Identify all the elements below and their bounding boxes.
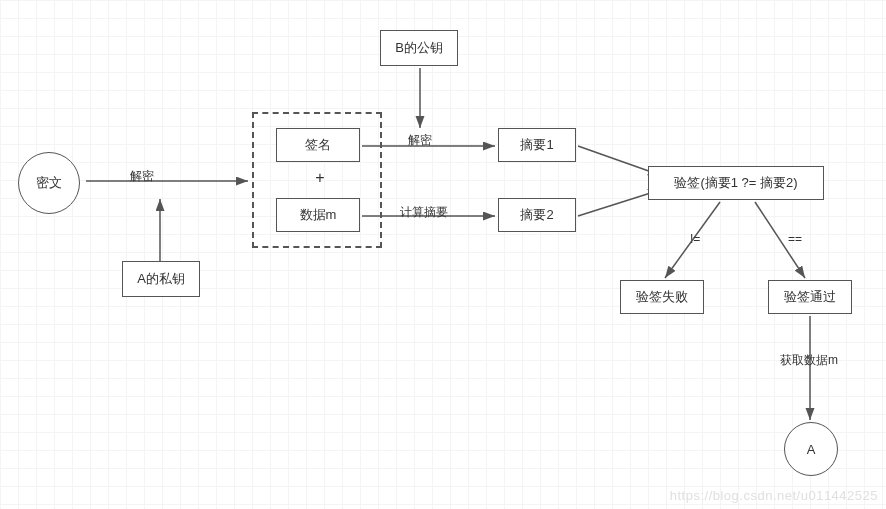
node-signature: 签名 [276, 128, 360, 162]
edge-label-decrypt1: 解密 [130, 168, 154, 185]
node-digest1: 摘要1 [498, 128, 576, 162]
label: + [315, 169, 324, 187]
node-verify: 验签(摘要1 ?= 摘要2) [648, 166, 824, 200]
label: 密文 [36, 174, 62, 192]
edge-label-get-data: 获取数据m [780, 352, 838, 369]
label: 验签失败 [636, 288, 688, 306]
edge-label-neq: != [690, 232, 700, 246]
label: B的公钥 [395, 39, 443, 57]
plus-symbol: + [310, 168, 330, 188]
node-verify-pass: 验签通过 [768, 280, 852, 314]
label: A [807, 442, 816, 457]
label: A的私钥 [137, 270, 185, 288]
node-digest2: 摘要2 [498, 198, 576, 232]
edge-label-decrypt2: 解密 [408, 132, 432, 149]
label: 签名 [305, 136, 331, 154]
node-a-private-key: A的私钥 [122, 261, 200, 297]
label: 摘要2 [520, 206, 553, 224]
node-ciphertext: 密文 [18, 152, 80, 214]
node-verify-fail: 验签失败 [620, 280, 704, 314]
node-data-m: 数据m [276, 198, 360, 232]
node-b-public-key: B的公钥 [380, 30, 458, 66]
diagram-edges [0, 0, 886, 509]
watermark-text: https://blog.csdn.net/u011442525 [670, 488, 878, 503]
edge-label-compute-digest: 计算摘要 [400, 204, 448, 221]
label: 验签(摘要1 ?= 摘要2) [674, 174, 797, 192]
node-end-a: A [784, 422, 838, 476]
label: 摘要1 [520, 136, 553, 154]
edge-label-eq: == [788, 232, 802, 246]
label: 验签通过 [784, 288, 836, 306]
label: 数据m [300, 206, 337, 224]
